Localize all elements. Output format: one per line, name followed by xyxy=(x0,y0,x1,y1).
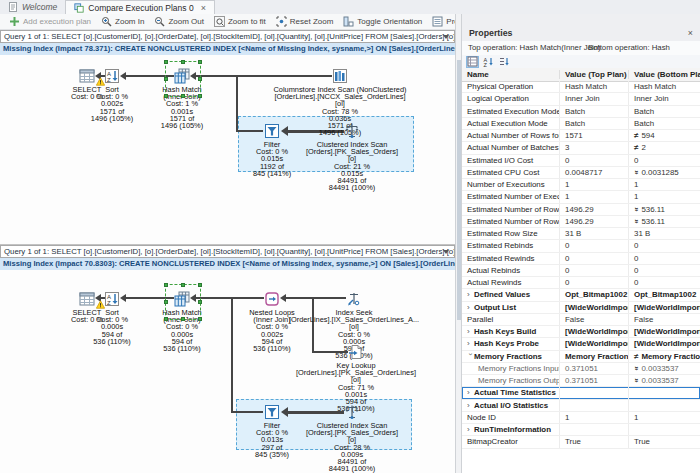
sort-group-icon xyxy=(499,56,510,67)
toggle-orientation-button[interactable]: Toggle Orientation xyxy=(339,15,426,29)
zoom-to-fit-button[interactable]: Zoom to fit xyxy=(210,15,270,29)
property-row[interactable]: Estimated Rebinds00 xyxy=(462,240,700,252)
property-value-bottom: [WideWorldImporters]... xyxy=(634,303,700,312)
property-row[interactable]: ›Memory FractionsMemory Fractions Inpu..… xyxy=(462,351,700,363)
property-row[interactable]: ›Hash Keys Probe[WideWorldImporters]...[… xyxy=(462,338,700,350)
property-value-bottom: 536.11 xyxy=(641,217,665,226)
selection-handle[interactable] xyxy=(181,60,185,64)
property-name: Node ID xyxy=(467,413,496,422)
property-row[interactable]: Actual Number of Batches3≠2 xyxy=(462,142,700,154)
property-row[interactable]: Estimated Row Size31 B31 B xyxy=(462,228,700,240)
expand-icon[interactable]: › xyxy=(467,425,474,434)
add-execution-plan-button[interactable]: Add execution plan xyxy=(5,15,95,29)
property-row[interactable]: ParallelFalseFalse xyxy=(462,314,700,326)
expand-icon[interactable]: › xyxy=(467,290,474,299)
property-row[interactable]: Logical OperationInner JoinInner Join xyxy=(462,93,700,105)
column-header-value-top[interactable]: Value (Top Plan) xyxy=(559,70,628,79)
group-sort-button[interactable] xyxy=(498,56,511,68)
property-row[interactable]: Estimated Number of Rows Per Ex...1496.2… xyxy=(462,204,700,216)
property-row[interactable]: ›Hash Keys Build[WideWorldImporters]...[… xyxy=(462,326,700,338)
column-header-value-bottom[interactable]: Value (Bottom Plan) xyxy=(628,70,700,79)
expand-icon[interactable]: › xyxy=(467,339,474,348)
property-row[interactable]: Memory Fractions Output0.371051»0.003353… xyxy=(462,375,700,387)
plan-canvas-bottom: SELECTCost: 0 % AZ SortCost: 0 %0.000s59… xyxy=(0,270,455,473)
expand-icon[interactable]: › xyxy=(467,303,474,312)
property-row[interactable]: ›Actual I/O Statistics xyxy=(462,400,700,412)
property-value-top: 0 xyxy=(559,277,628,288)
expand-icon[interactable]: › xyxy=(467,327,474,336)
selection-handle[interactable] xyxy=(198,77,202,81)
property-value-bottom: 0 xyxy=(634,278,638,287)
tab-compare-execution-plans[interactable]: Compare Execution Plans 0 × xyxy=(65,0,215,14)
plan-node-clustered-index-scan[interactable]: Clustered Index Scan[Orders].[PK_Sales_O… xyxy=(282,123,422,191)
close-tab-icon[interactable]: × xyxy=(201,3,206,13)
property-value-top: Inner Join xyxy=(559,93,628,104)
document-icon xyxy=(8,2,18,12)
property-row[interactable]: Estimated CPU Cost0.0048717»0.0031285 xyxy=(462,167,700,179)
property-row[interactable]: ›Output List[WideWorldImporters]...[Wide… xyxy=(462,302,700,314)
zoom-out-button[interactable]: Zoom Out xyxy=(150,15,208,29)
selection-handle[interactable] xyxy=(164,60,168,64)
chevron-down-icon[interactable] xyxy=(443,35,449,39)
selection-handle[interactable] xyxy=(164,94,168,98)
property-row[interactable]: Physical OperationHash MatchHash Match xyxy=(462,81,700,93)
property-row[interactable]: Actual Rewinds00 xyxy=(462,277,700,289)
property-row[interactable]: Estimated Rewinds00 xyxy=(462,253,700,265)
property-row[interactable]: Actual Number of Rows for All Ex...1571≠… xyxy=(462,130,700,142)
missing-index-banner-top[interactable]: Missing Index (Impact 78.371): CREATE NO… xyxy=(0,43,455,55)
property-name: Estimated CPU Cost xyxy=(467,168,539,177)
expand-icon[interactable]: › xyxy=(467,388,474,397)
selection-handle[interactable] xyxy=(198,94,202,98)
plus-icon xyxy=(9,16,20,27)
property-row[interactable]: Number of Executions11 xyxy=(462,179,700,191)
selection-handle[interactable] xyxy=(181,317,185,321)
close-panel-icon[interactable]: × xyxy=(688,26,693,41)
property-value-top: 0 xyxy=(559,253,628,264)
key-lookup-icon xyxy=(348,344,364,360)
properties-toolbar: AZ xyxy=(462,55,700,68)
zoom-in-button[interactable]: Zoom In xyxy=(97,15,148,29)
tab-welcome[interactable]: Welcome xyxy=(0,0,65,14)
selection-handle[interactable] xyxy=(198,300,202,304)
selection-handle[interactable] xyxy=(181,94,185,98)
collapse-icon[interactable]: › xyxy=(466,353,475,360)
alphabetical-sort-button[interactable]: AZ xyxy=(482,56,495,68)
property-row[interactable]: Estimated Execution ModeBatchBatch xyxy=(462,106,700,118)
property-row[interactable]: ›Actual Time Statistics xyxy=(462,387,700,399)
not-equal-icon: ≠ xyxy=(634,352,638,361)
svg-text:Z: Z xyxy=(107,300,111,306)
property-row[interactable]: Estimated Number of Executions11 xyxy=(462,191,700,203)
property-name: Actual Number of Rows for All Ex... xyxy=(467,131,559,140)
query-header-top[interactable]: Query 1 of 1: SELECT [o].[CustomerID], [… xyxy=(0,30,455,43)
property-row[interactable]: Estimated I/O Cost00 xyxy=(462,155,700,167)
property-row[interactable]: Estimated Number of Rows for All...1496.… xyxy=(462,216,700,228)
property-row[interactable]: ›Defined ValuesOpt_Bitmap1002Opt_Bitmap1… xyxy=(462,289,700,301)
categorized-view-button[interactable] xyxy=(466,56,479,68)
selection-handle[interactable] xyxy=(198,317,202,321)
selection-handle[interactable] xyxy=(164,283,168,287)
property-row[interactable]: BitmapCreatorTrueTrue xyxy=(462,436,700,448)
expand-icon[interactable]: › xyxy=(467,401,474,410)
properties-title-bar[interactable]: Properties × xyxy=(462,26,700,41)
property-row[interactable]: Memory Fractions Input0.371051»0.0033537 xyxy=(462,363,700,375)
chevron-down-icon[interactable] xyxy=(443,250,449,254)
selection-handle[interactable] xyxy=(164,317,168,321)
missing-index-banner-bottom[interactable]: Missing Index (Impact 70.8303): CREATE N… xyxy=(0,258,455,270)
property-value-bottom: 594 xyxy=(641,131,654,140)
toolbar-label: Toggle Orientation xyxy=(357,17,422,26)
column-header-name[interactable]: Name xyxy=(462,70,559,79)
selection-handle[interactable] xyxy=(198,283,202,287)
selection-handle[interactable] xyxy=(181,283,185,287)
selection-handle[interactable] xyxy=(198,60,202,64)
reset-zoom-button[interactable]: Reset Zoom xyxy=(272,15,338,29)
selection-handle[interactable] xyxy=(164,300,168,304)
property-row[interactable]: Actual Rebinds00 xyxy=(462,265,700,277)
query-header-bottom[interactable]: Query 1 of 1: SELECT [o].[CustomerID], [… xyxy=(0,245,455,258)
property-row[interactable]: ›RunTimeInformation xyxy=(462,424,700,436)
property-row[interactable]: Actual Execution ModeBatchBatch xyxy=(462,118,700,130)
selection-handle[interactable] xyxy=(164,77,168,81)
selection-adorner xyxy=(165,284,201,320)
plan-node-key-lookup[interactable]: Key Lookup[OrderLines].[PK_Sales_OrderLi… xyxy=(286,344,426,412)
property-row[interactable]: Node ID11 xyxy=(462,412,700,424)
plan-node-clustered-index-scan[interactable]: Clustered Index Scan[Orders].[PK_Sales_O… xyxy=(282,404,422,472)
